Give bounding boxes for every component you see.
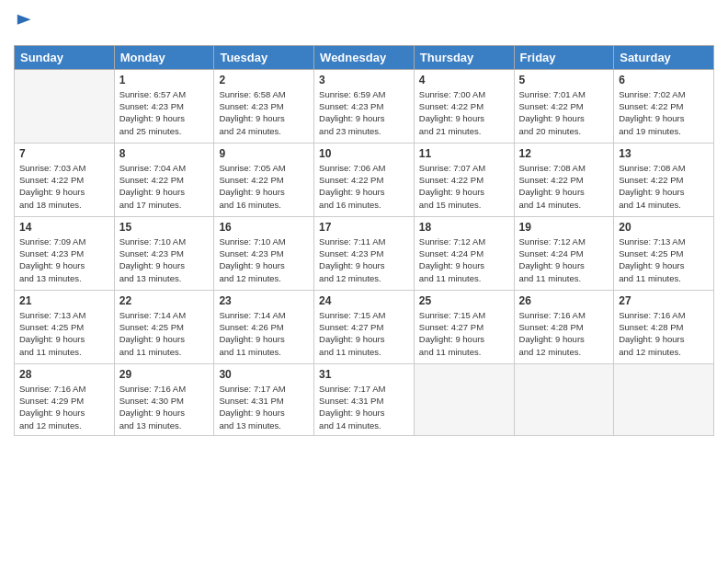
day-info: Sunrise: 6:58 AMSunset: 4:23 PMDaylight:… xyxy=(219,88,309,137)
calendar-cell xyxy=(15,69,115,143)
day-number: 23 xyxy=(219,294,309,307)
calendar-cell: 24Sunrise: 7:15 AMSunset: 4:27 PMDayligh… xyxy=(314,290,415,363)
calendar-cell: 11Sunrise: 7:07 AMSunset: 4:22 PMDayligh… xyxy=(414,143,514,216)
day-info: Sunrise: 7:14 AMSunset: 4:25 PMDaylight:… xyxy=(119,309,210,358)
calendar-table: SundayMondayTuesdayWednesdayThursdayFrid… xyxy=(14,45,714,436)
day-number: 29 xyxy=(119,368,210,381)
calendar-cell: 14Sunrise: 7:09 AMSunset: 4:23 PMDayligh… xyxy=(15,216,115,290)
day-number: 17 xyxy=(319,221,409,234)
calendar-cell: 30Sunrise: 7:17 AMSunset: 4:31 PMDayligh… xyxy=(214,363,314,435)
calendar-cell: 29Sunrise: 7:16 AMSunset: 4:30 PMDayligh… xyxy=(114,363,214,435)
day-number: 19 xyxy=(519,221,609,234)
day-info: Sunrise: 7:03 AMSunset: 4:22 PMDaylight:… xyxy=(19,162,109,211)
logo-flag-icon xyxy=(16,13,36,33)
day-number: 24 xyxy=(319,294,409,307)
day-number: 2 xyxy=(219,74,309,86)
day-info: Sunrise: 6:59 AMSunset: 4:23 PMDaylight:… xyxy=(319,88,409,137)
day-number: 25 xyxy=(419,294,509,307)
day-info: Sunrise: 7:05 AMSunset: 4:22 PMDaylight:… xyxy=(219,162,309,211)
header xyxy=(14,9,714,38)
day-info: Sunrise: 7:15 AMSunset: 4:27 PMDaylight:… xyxy=(419,309,509,358)
calendar-cell: 10Sunrise: 7:06 AMSunset: 4:22 PMDayligh… xyxy=(314,143,415,216)
day-number: 16 xyxy=(219,221,309,234)
calendar-cell: 28Sunrise: 7:16 AMSunset: 4:29 PMDayligh… xyxy=(15,363,115,435)
day-info: Sunrise: 7:04 AMSunset: 4:22 PMDaylight:… xyxy=(119,162,210,211)
calendar-cell: 9Sunrise: 7:05 AMSunset: 4:22 PMDaylight… xyxy=(214,143,314,216)
day-info: Sunrise: 7:12 AMSunset: 4:24 PMDaylight:… xyxy=(519,236,609,284)
calendar-cell xyxy=(514,363,614,435)
calendar-cell xyxy=(614,363,714,435)
day-info: Sunrise: 7:17 AMSunset: 4:31 PMDaylight:… xyxy=(219,383,309,431)
calendar-cell: 27Sunrise: 7:16 AMSunset: 4:28 PMDayligh… xyxy=(614,290,714,363)
calendar-cell: 3Sunrise: 6:59 AMSunset: 4:23 PMDaylight… xyxy=(314,69,415,143)
day-header-friday: Friday xyxy=(514,45,614,69)
day-info: Sunrise: 7:02 AMSunset: 4:22 PMDaylight:… xyxy=(619,88,709,137)
day-info: Sunrise: 7:06 AMSunset: 4:22 PMDaylight:… xyxy=(319,162,409,211)
day-info: Sunrise: 7:07 AMSunset: 4:22 PMDaylight:… xyxy=(419,162,509,211)
day-info: Sunrise: 7:08 AMSunset: 4:22 PMDaylight:… xyxy=(519,162,609,211)
calendar-cell: 16Sunrise: 7:10 AMSunset: 4:23 PMDayligh… xyxy=(214,216,314,290)
day-info: Sunrise: 7:10 AMSunset: 4:23 PMDaylight:… xyxy=(119,236,210,284)
day-number: 26 xyxy=(519,294,609,307)
day-info: Sunrise: 7:11 AMSunset: 4:23 PMDaylight:… xyxy=(319,236,409,284)
day-number: 15 xyxy=(119,221,210,234)
day-info: Sunrise: 7:16 AMSunset: 4:30 PMDaylight:… xyxy=(119,383,210,431)
day-number: 27 xyxy=(619,294,709,307)
day-info: Sunrise: 7:13 AMSunset: 4:25 PMDaylight:… xyxy=(19,309,109,358)
page: SundayMondayTuesdayWednesdayThursdayFrid… xyxy=(0,0,728,563)
day-number: 14 xyxy=(19,221,109,234)
day-info: Sunrise: 7:12 AMSunset: 4:24 PMDaylight:… xyxy=(419,236,509,284)
logo xyxy=(14,13,36,38)
day-header-monday: Monday xyxy=(114,45,214,69)
day-info: Sunrise: 7:16 AMSunset: 4:29 PMDaylight:… xyxy=(19,383,109,431)
calendar-cell: 18Sunrise: 7:12 AMSunset: 4:24 PMDayligh… xyxy=(414,216,514,290)
calendar-cell: 20Sunrise: 7:13 AMSunset: 4:25 PMDayligh… xyxy=(614,216,714,290)
day-header-thursday: Thursday xyxy=(414,45,514,69)
calendar-cell: 7Sunrise: 7:03 AMSunset: 4:22 PMDaylight… xyxy=(15,143,115,216)
day-number: 10 xyxy=(319,147,409,160)
day-number: 31 xyxy=(319,368,409,381)
day-number: 28 xyxy=(19,368,109,381)
calendar-cell: 22Sunrise: 7:14 AMSunset: 4:25 PMDayligh… xyxy=(114,290,214,363)
calendar-cell: 21Sunrise: 7:13 AMSunset: 4:25 PMDayligh… xyxy=(15,290,115,363)
day-number: 3 xyxy=(319,74,409,86)
day-number: 11 xyxy=(419,147,509,160)
day-info: Sunrise: 7:16 AMSunset: 4:28 PMDaylight:… xyxy=(519,309,609,358)
calendar-cell: 1Sunrise: 6:57 AMSunset: 4:23 PMDaylight… xyxy=(114,69,214,143)
calendar-cell: 31Sunrise: 7:17 AMSunset: 4:31 PMDayligh… xyxy=(314,363,415,435)
calendar-cell: 5Sunrise: 7:01 AMSunset: 4:22 PMDaylight… xyxy=(514,69,614,143)
day-number: 1 xyxy=(119,74,210,86)
day-number: 6 xyxy=(619,74,709,86)
calendar-cell: 19Sunrise: 7:12 AMSunset: 4:24 PMDayligh… xyxy=(514,216,614,290)
day-number: 8 xyxy=(119,147,210,160)
calendar-cell: 4Sunrise: 7:00 AMSunset: 4:22 PMDaylight… xyxy=(414,69,514,143)
calendar-cell: 25Sunrise: 7:15 AMSunset: 4:27 PMDayligh… xyxy=(414,290,514,363)
day-info: Sunrise: 7:00 AMSunset: 4:22 PMDaylight:… xyxy=(419,88,509,137)
calendar-cell xyxy=(414,363,514,435)
calendar-cell: 26Sunrise: 7:16 AMSunset: 4:28 PMDayligh… xyxy=(514,290,614,363)
day-header-saturday: Saturday xyxy=(614,45,714,69)
day-info: Sunrise: 6:57 AMSunset: 4:23 PMDaylight:… xyxy=(119,88,210,137)
day-info: Sunrise: 7:17 AMSunset: 4:31 PMDaylight:… xyxy=(319,383,409,431)
svg-marker-0 xyxy=(17,15,31,25)
calendar-cell: 8Sunrise: 7:04 AMSunset: 4:22 PMDaylight… xyxy=(114,143,214,216)
day-number: 18 xyxy=(419,221,509,234)
day-number: 20 xyxy=(619,221,709,234)
day-number: 7 xyxy=(19,147,109,160)
day-header-sunday: Sunday xyxy=(15,45,115,69)
day-number: 4 xyxy=(419,74,509,86)
day-info: Sunrise: 7:01 AMSunset: 4:22 PMDaylight:… xyxy=(519,88,609,137)
calendar-cell: 17Sunrise: 7:11 AMSunset: 4:23 PMDayligh… xyxy=(314,216,415,290)
day-number: 21 xyxy=(19,294,109,307)
day-info: Sunrise: 7:15 AMSunset: 4:27 PMDaylight:… xyxy=(319,309,409,358)
calendar-cell: 2Sunrise: 6:58 AMSunset: 4:23 PMDaylight… xyxy=(214,69,314,143)
day-number: 5 xyxy=(519,74,609,86)
day-info: Sunrise: 7:09 AMSunset: 4:23 PMDaylight:… xyxy=(19,236,109,284)
day-number: 12 xyxy=(519,147,609,160)
day-info: Sunrise: 7:08 AMSunset: 4:22 PMDaylight:… xyxy=(619,162,709,211)
day-info: Sunrise: 7:13 AMSunset: 4:25 PMDaylight:… xyxy=(619,236,709,284)
day-info: Sunrise: 7:14 AMSunset: 4:26 PMDaylight:… xyxy=(219,309,309,358)
day-header-tuesday: Tuesday xyxy=(214,45,314,69)
day-info: Sunrise: 7:16 AMSunset: 4:28 PMDaylight:… xyxy=(619,309,709,358)
day-number: 30 xyxy=(219,368,309,381)
